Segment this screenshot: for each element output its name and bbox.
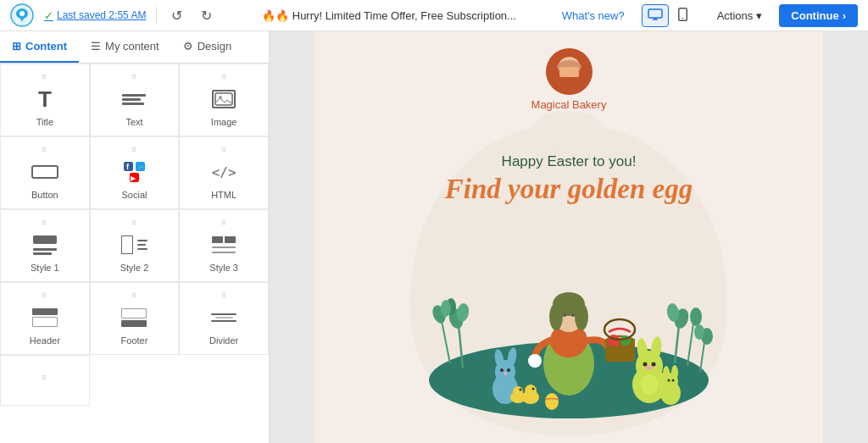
- actions-button[interactable]: Actions ▾: [710, 6, 770, 25]
- svg-point-63: [652, 362, 656, 366]
- main-layout: ⊞ Content ☰ My content ⚙ Design ⠿ T Titl…: [0, 31, 868, 443]
- style2-widget-icon: [121, 232, 147, 257]
- egg-wrapper: Happy Easter to you! Find your golden eg…: [314, 119, 823, 422]
- mobile-view-button[interactable]: [672, 4, 693, 27]
- widget-html[interactable]: ⠿ </> HTML: [179, 136, 269, 209]
- redo-button[interactable]: ↻: [197, 6, 216, 25]
- my-content-tab-label: My content: [105, 40, 159, 53]
- chevron-down-icon: ▾: [756, 9, 762, 22]
- email-canvas[interactable]: Magical Bakery: [314, 31, 823, 443]
- widgets-grid-extra: ⠿: [0, 355, 269, 406]
- text-widget-icon: [122, 86, 146, 112]
- widget-header[interactable]: ⠿ Header: [0, 282, 90, 355]
- tab-my-content[interactable]: ☰ My content: [79, 31, 171, 63]
- undo-button[interactable]: ↺: [167, 6, 186, 25]
- saved-status[interactable]: ✓ Last saved 2:55 AM: [44, 9, 146, 22]
- header-widget-icon: [32, 305, 58, 330]
- content-tab-label: Content: [25, 40, 67, 53]
- actions-label: Actions: [717, 9, 754, 22]
- style1-widget-icon: [33, 232, 57, 257]
- device-toggle-group: [642, 4, 693, 27]
- check-icon: ✓: [44, 9, 53, 22]
- widget-style3[interactable]: ⠿ Style 3: [179, 209, 269, 282]
- widget-text[interactable]: ⠿ Text: [90, 64, 180, 136]
- widget-button[interactable]: ⠿ Button: [0, 136, 90, 209]
- widget-divider[interactable]: ⠿ Divider: [179, 282, 269, 355]
- arrow-right-icon: ›: [843, 9, 846, 22]
- design-tab-icon: ⚙: [183, 40, 193, 53]
- email-brand-header: Magical Bakery: [314, 31, 823, 119]
- svg-point-25: [441, 300, 451, 317]
- continue-label: Continue: [791, 9, 838, 22]
- drag-handle: ⠿: [42, 75, 47, 81]
- design-tab-label: Design: [198, 40, 231, 53]
- style3-widget-icon: [212, 232, 236, 257]
- svg-point-35: [549, 303, 563, 330]
- canvas-inner: Magical Bakery: [270, 31, 868, 443]
- drag-handle: ⠿: [131, 147, 137, 154]
- text-widget-label: Text: [125, 117, 142, 127]
- tab-content[interactable]: ⊞ Content: [0, 31, 79, 63]
- sidebar: ⊞ Content ☰ My content ⚙ Design ⠿ T Titl…: [0, 31, 270, 443]
- nav-divider-1: [156, 7, 157, 24]
- svg-line-72: [700, 342, 704, 372]
- social-widget-icon: f 🐦 ▶: [124, 159, 145, 185]
- drag-handle: ⠿: [221, 147, 227, 154]
- illustration-svg: [387, 215, 751, 418]
- brand-name: Magical Bakery: [531, 98, 607, 111]
- drag-handle: ⠿: [42, 220, 47, 227]
- style1-widget-label: Style 1: [31, 263, 59, 273]
- svg-point-62: [643, 362, 648, 366]
- drag-handle: ⠿: [131, 293, 137, 300]
- easter-illustration: [387, 215, 751, 422]
- drag-handle: ⠿: [221, 293, 227, 300]
- html-widget-label: HTML: [211, 190, 236, 200]
- widget-social[interactable]: ⠿ f 🐦 ▶ Social: [90, 136, 180, 209]
- content-tab-icon: ⊞: [12, 40, 21, 53]
- svg-point-74: [694, 324, 704, 340]
- social-widget-label: Social: [122, 190, 147, 200]
- svg-text:▶: ▶: [131, 174, 136, 182]
- saved-status-text: Last saved 2:55 AM: [57, 9, 146, 21]
- title-widget-icon: T: [38, 86, 52, 112]
- widget-style1[interactable]: ⠿ Style 1: [0, 209, 90, 282]
- title-widget-label: Title: [36, 117, 53, 127]
- svg-point-37: [563, 313, 566, 317]
- whats-new-link[interactable]: What's new?: [562, 9, 625, 22]
- desktop-view-button[interactable]: [642, 4, 669, 27]
- image-widget-label: Image: [211, 117, 237, 127]
- footer-widget-icon: [121, 305, 147, 330]
- image-widget-icon: [212, 86, 236, 112]
- style3-widget-label: Style 3: [209, 263, 238, 273]
- svg-point-48: [500, 368, 504, 372]
- widgets-grid: ⠿ T Title ⠿ Text: [0, 64, 269, 355]
- egg-container: Happy Easter to you! Find your golden eg…: [387, 119, 751, 422]
- widget-footer[interactable]: ⠿ Footer: [90, 282, 180, 355]
- svg-point-70: [668, 379, 670, 381]
- widget-title[interactable]: ⠿ T Title: [0, 64, 90, 136]
- svg-line-29: [687, 324, 693, 366]
- continue-button[interactable]: Continue ›: [779, 4, 858, 27]
- button-widget-icon: [31, 159, 58, 185]
- svg-point-68: [663, 366, 670, 381]
- svg-point-53: [532, 387, 535, 390]
- svg-line-23: [442, 321, 450, 363]
- brand-logo-circle: [546, 48, 593, 95]
- svg-point-50: [504, 372, 507, 375]
- svg-rect-2: [648, 9, 662, 18]
- svg-point-39: [528, 354, 542, 368]
- easter-subtitle: Happy Easter to you!: [387, 153, 751, 170]
- widget-image[interactable]: ⠿ Image: [179, 64, 269, 136]
- svg-point-65: [641, 374, 658, 395]
- widget-extra-placeholder[interactable]: ⠿: [0, 355, 90, 406]
- style2-widget-label: Style 2: [120, 263, 149, 273]
- egg-text-content: Happy Easter to you! Find your golden eg…: [387, 119, 751, 207]
- svg-rect-16: [559, 67, 579, 77]
- svg-point-1: [19, 11, 25, 16]
- drag-handle: ⠿: [131, 75, 137, 81]
- widget-style2[interactable]: ⠿ Style 2: [90, 209, 180, 282]
- app-logo: [10, 3, 34, 27]
- drag-handle: ⠿: [42, 293, 47, 300]
- svg-point-64: [646, 365, 653, 369]
- tab-design[interactable]: ⚙ Design: [171, 31, 243, 63]
